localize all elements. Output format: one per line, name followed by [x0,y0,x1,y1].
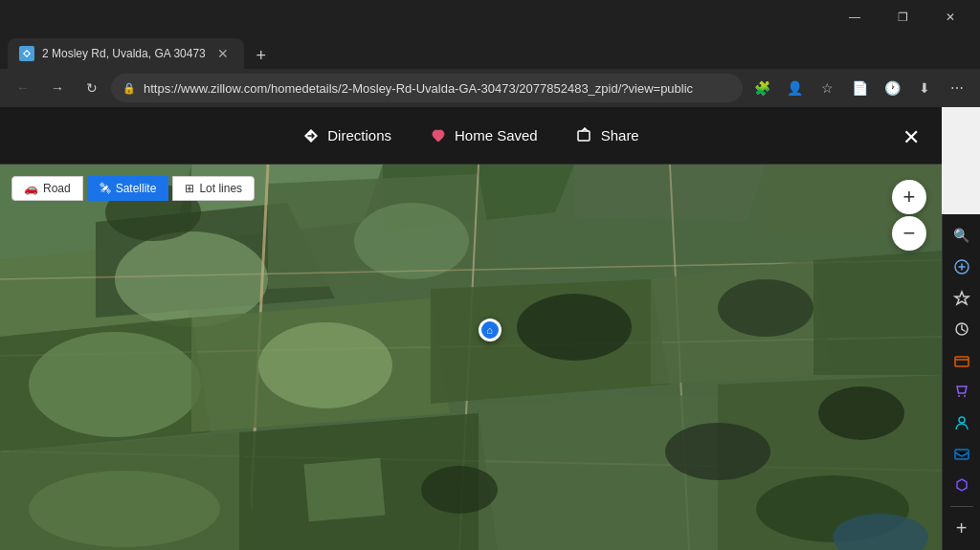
road-label: Road [43,182,71,195]
svg-rect-29 [304,458,386,522]
road-icon: 🚗 [24,182,38,195]
svg-point-20 [29,332,201,437]
zoom-out-button[interactable]: − [892,216,926,251]
svg-point-0 [25,52,29,55]
share-label: Share [601,127,639,143]
action-bar: Directions Home Saved Share [0,107,942,165]
edge-shopping-button[interactable] [947,378,977,406]
tab-favicon [19,46,34,61]
svg-marker-25 [813,251,942,375]
svg-point-45 [959,417,965,423]
heart-icon [430,127,447,144]
refresh-button[interactable]: ↻ [77,73,107,103]
edge-profiles-button[interactable] [947,409,977,437]
svg-point-12 [354,203,469,279]
forward-button[interactable]: → [42,73,73,103]
satellite-label: Satellite [116,182,157,195]
tab-bar: 2 Mosley Rd, Uvalda, GA 30473 ✕ + [0,34,980,69]
lot-lines-icon: ⊞ [185,182,194,195]
svg-point-34 [517,294,632,361]
svg-point-36 [421,466,498,514]
map-view-controls: 🚗 Road 🛰 Satellite ⊞ Lot lines [11,176,255,201]
svg-point-38 [818,386,904,440]
favorites-button[interactable]: ☆ [812,73,842,103]
edge-search-button[interactable]: 🔍 [947,222,977,250]
address-bar[interactable]: 🔒 https://www.zillow.com/homedetails/2-M… [111,74,743,102]
lot-lines-button[interactable]: ⊞ Lot lines [172,176,255,201]
new-tab-button[interactable]: + [248,42,275,69]
edge-add-button[interactable]: + [947,515,977,542]
edge-sidebar: 🔍 + [942,214,980,550]
edge-copilot-button[interactable] [947,253,977,281]
lock-icon: 🔒 [122,82,136,95]
svg-point-44 [964,395,966,397]
svg-point-27 [29,471,220,547]
title-bar: — ❐ ✕ [0,0,980,34]
edge-favorites-button[interactable] [947,284,977,312]
settings-button[interactable]: ⋯ [942,73,972,103]
zoom-controls: + − [892,180,926,251]
collections-button[interactable]: 📄 [844,73,875,103]
svg-point-35 [718,279,813,337]
edge-history-button[interactable] [947,316,977,343]
map-container: 🚗 Road 🛰 Satellite ⊞ Lot lines + − [0,165,942,550]
svg-rect-42 [955,357,969,366]
close-overlay-button[interactable]: ✕ [896,122,926,153]
tab-close-button[interactable]: ✕ [213,44,233,63]
edge-outlook-button[interactable] [947,440,977,468]
downloads-button[interactable]: ⬇ [909,73,940,103]
nav-bar: ← → ↻ 🔒 https://www.zillow.com/homedetai… [0,69,980,107]
home-saved-button[interactable]: Home Saved [430,127,538,144]
home-marker[interactable] [479,319,501,341]
address-text: https://www.zillow.com/homedetails/2-Mos… [144,81,731,96]
back-button[interactable]: ← [8,73,38,103]
directions-icon [302,127,320,144]
edge-wallet-button[interactable] [947,346,977,374]
satellite-map[interactable]: 🚗 Road 🛰 Satellite ⊞ Lot lines + − [0,165,942,550]
svg-point-37 [665,423,770,480]
directions-label: Directions [327,127,391,143]
active-tab[interactable]: 2 Mosley Rd, Uvalda, GA 30473 ✕ [8,38,244,69]
edge-separator [950,506,973,507]
profile-button[interactable]: 👤 [779,73,810,103]
nav-actions: 🧩 👤 ☆ 📄 🕐 ⬇ ⋯ [746,73,972,103]
lot-lines-label: Lot lines [199,182,242,195]
extensions-button[interactable]: 🧩 [746,73,777,103]
maximize-button[interactable]: ❐ [880,2,924,33]
main-content: Directions Home Saved Share [0,107,942,550]
tab-title: 2 Mosley Rd, Uvalda, GA 30473 [42,47,206,60]
satellite-view-button[interactable]: 🛰 Satellite [87,176,169,201]
close-button[interactable]: ✕ [928,2,972,33]
svg-point-43 [958,395,960,397]
zoom-in-button[interactable]: + [892,180,926,214]
satellite-icon: 🛰 [100,182,111,195]
window-controls: — ❐ ✕ [833,2,972,33]
home-saved-label: Home Saved [455,127,538,143]
history-button[interactable]: 🕐 [877,73,907,103]
svg-point-22 [258,322,392,408]
svg-point-10 [115,231,268,327]
edge-teams-button[interactable] [947,472,977,499]
road-view-button[interactable]: 🚗 Road [11,176,83,201]
svg-rect-1 [578,131,590,141]
minimize-button[interactable]: — [833,2,877,33]
share-button[interactable]: Share [576,127,639,144]
share-icon [576,127,593,144]
directions-button[interactable]: Directions [302,127,391,144]
